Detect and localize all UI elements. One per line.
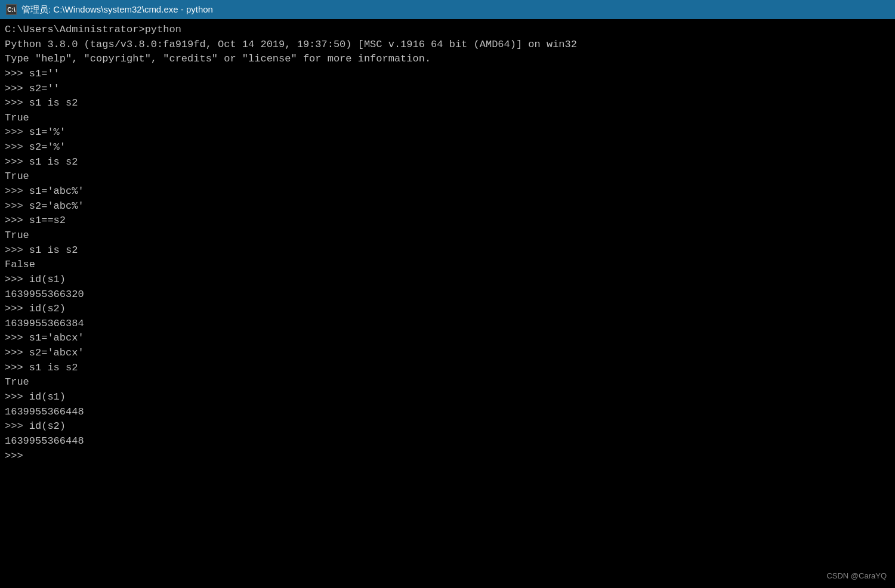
console-line: >>> s1 is s2 (5, 96, 890, 111)
console-line: False (5, 258, 890, 273)
console-line: >>> s1 is s2 (5, 361, 890, 376)
console-line: 1639955366448 (5, 434, 890, 449)
console-line: Python 3.8.0 (tags/v3.8.0:fa919fd, Oct 1… (5, 38, 890, 52)
console-line: >>> s2='' (5, 82, 890, 97)
console-line: >>> s1='' (5, 67, 890, 82)
console-line: >>> s1='%' (5, 125, 890, 140)
console-line: >>> id(s1) (5, 390, 890, 405)
console-line: >>> id(s1) (5, 273, 890, 287)
console-body[interactable]: C:\Users\Administrator>pythonPython 3.8.… (0, 19, 895, 588)
cmd-icon: C:\ (6, 4, 17, 15)
console-line: C:\Users\Administrator>python (5, 23, 890, 38)
console-line: 1639955366448 (5, 405, 890, 420)
console-line: >>> (5, 449, 890, 464)
title-bar: C:\ 管理员: C:\Windows\system32\cmd.exe - p… (0, 0, 895, 19)
console-line: True (5, 169, 890, 184)
console-line: 1639955366384 (5, 317, 890, 332)
console-line: >>> s2='abc%' (5, 199, 890, 214)
cmd-window: C:\ 管理员: C:\Windows\system32\cmd.exe - p… (0, 0, 895, 588)
console-line: >>> id(s2) (5, 302, 890, 317)
console-line: >>> s1='abcx' (5, 331, 890, 346)
console-line: 1639955366320 (5, 287, 890, 302)
console-line: True (5, 111, 890, 126)
console-line: True (5, 228, 890, 243)
console-output: C:\Users\Administrator>pythonPython 3.8.… (5, 23, 890, 463)
console-line: >>> s2='abcx' (5, 346, 890, 361)
console-line: >>> s1 is s2 (5, 155, 890, 170)
console-line: >>> s1 is s2 (5, 243, 890, 258)
console-line: True (5, 375, 890, 390)
title-bar-text: 管理员: C:\Windows\system32\cmd.exe - pytho… (21, 4, 213, 16)
console-line: Type "help", "copyright", "credits" or "… (5, 52, 890, 67)
console-line: >>> id(s2) (5, 419, 890, 434)
console-line: >>> s2='%' (5, 140, 890, 155)
console-line: >>> s1='abc%' (5, 184, 890, 199)
watermark: CSDN @CaraYQ (826, 571, 887, 582)
console-line: >>> s1==s2 (5, 213, 890, 228)
